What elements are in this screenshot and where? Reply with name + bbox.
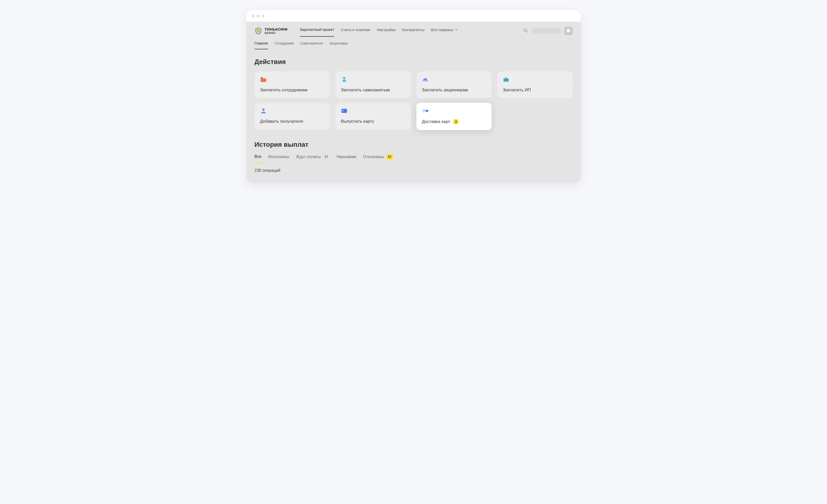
action-pay-employees[interactable]: Заплатить сотрудникам — [254, 71, 330, 98]
svg-line-2 — [526, 31, 528, 33]
svg-rect-8 — [342, 80, 346, 82]
window-controls — [251, 14, 265, 17]
tab-employees[interactable]: Сотрудники — [275, 40, 294, 49]
history-tab-completed[interactable]: Исполнены — [268, 155, 289, 163]
svg-rect-16 — [422, 109, 426, 112]
tab-label: Главное — [254, 41, 268, 45]
history-tab-label: Ждут оплаты — [296, 155, 321, 159]
svg-rect-5 — [567, 31, 570, 31]
nav-all-services[interactable]: Все сервисы — [431, 25, 458, 37]
tab-main[interactable]: Главное — [254, 40, 268, 49]
history-tab-label: Отклонены — [363, 155, 384, 159]
tab-label: Сотрудники — [275, 41, 294, 45]
content-area: Действия Заплатить сотрудникам Запла — [246, 49, 581, 183]
tab-label: Самозанятые — [300, 41, 323, 45]
app-window: ТИНЬКОФФ БИЗНЕС Зарплатный проект Счета … — [246, 10, 581, 183]
nav-settings[interactable]: Настройки — [377, 25, 396, 37]
history-heading: История выплат — [254, 141, 573, 149]
briefcase-button[interactable] — [564, 26, 573, 35]
history-tab-label: Черновики — [336, 155, 357, 159]
svg-point-9 — [422, 80, 428, 81]
briefcase-icon — [566, 28, 571, 34]
tab-self-employed[interactable]: Самозанятые — [300, 40, 323, 49]
action-badge: 2 — [453, 119, 459, 124]
card-plus-icon — [341, 108, 348, 114]
action-label: Заплатить сотрудникам — [260, 88, 307, 93]
action-label: Заплатить самозанятым — [341, 88, 390, 93]
action-add-recipient[interactable]: Добавить получателя — [254, 103, 330, 130]
tab-shareholders[interactable]: Акционеры — [330, 40, 348, 49]
brand-text: ТИНЬКОФФ БИЗНЕС — [265, 27, 288, 35]
action-label: Добавить получателя — [260, 119, 303, 124]
folder-icon — [260, 76, 267, 82]
card-arrow-icon — [422, 108, 429, 114]
window-close-button[interactable] — [251, 14, 254, 17]
actions-heading: Действия — [254, 58, 573, 66]
tab-label: Акционеры — [330, 41, 348, 45]
nav-label: Контрагенты — [402, 27, 424, 32]
brand-line1: ТИНЬКОФФ — [265, 27, 288, 31]
nav-label: Настройки — [377, 27, 396, 32]
brand-line2: БИЗНЕС — [265, 32, 288, 35]
history-tab-label: Исполнены — [268, 155, 289, 159]
history-tab-all[interactable]: Все — [254, 154, 262, 163]
briefcase-icon — [503, 76, 510, 82]
secondary-nav: Главное Сотрудники Самозанятые Акционеры — [246, 37, 581, 49]
topbar: ТИНЬКОФФ БИЗНЕС Зарплатный проект Счета … — [246, 22, 581, 37]
nav-counterparties[interactable]: Контрагенты — [402, 25, 424, 37]
nav-payroll-project[interactable]: Зарплатный проект — [300, 25, 334, 37]
svg-rect-11 — [505, 77, 507, 78]
history-tab-label: Все — [254, 154, 262, 159]
search-button[interactable] — [522, 27, 529, 35]
action-pay-shareholders[interactable]: Заплатить акционерам — [417, 71, 492, 98]
action-label: Заплатить ИП — [503, 88, 531, 93]
action-pay-self-employed[interactable]: Заплатить самозанятым — [335, 71, 411, 98]
history-tab-drafts[interactable]: Черновики — [336, 155, 357, 163]
action-label: Доставка карт — [422, 119, 450, 124]
history-tab-awaiting-payment[interactable]: Ждут оплаты 17 — [296, 154, 330, 163]
window-titlebar — [246, 10, 581, 22]
action-issue-card[interactable]: Выпустить карту — [335, 103, 411, 130]
brand-logo[interactable]: ТИНЬКОФФ БИЗНЕС — [254, 27, 288, 35]
svg-point-7 — [343, 77, 345, 79]
history-tabs: Все Исполнены Ждут оплаты 17 Черновики О… — [254, 154, 573, 163]
action-label: Заплатить акционерам — [422, 88, 468, 93]
user-chip[interactable] — [533, 28, 561, 34]
chevron-down-icon — [455, 27, 458, 32]
nav-label: Все сервисы — [431, 27, 454, 32]
app-chrome: ТИНЬКОФФ БИЗНЕС Зарплатный проект Счета … — [246, 22, 581, 183]
history-tab-rejected[interactable]: Отклонены 57 — [363, 154, 393, 163]
svg-rect-0 — [257, 30, 259, 32]
search-icon — [523, 28, 528, 34]
person-badge-icon — [341, 76, 348, 82]
action-label: Выпустить карту — [341, 119, 374, 124]
nav-label: Счета и платежи — [341, 27, 370, 32]
action-card-delivery[interactable]: Доставка карт 2 — [417, 103, 492, 130]
svg-point-17 — [423, 110, 424, 111]
history-tab-badge: 57 — [386, 154, 393, 160]
window-minimize-button[interactable] — [256, 14, 260, 17]
actions-grid: Заплатить сотрудникам Заплатить самозаня… — [254, 71, 573, 130]
svg-rect-6 — [261, 77, 263, 78]
primary-nav: Зарплатный проект Счета и платежи Настро… — [300, 25, 515, 37]
helmet-icon — [422, 76, 429, 82]
window-maximize-button[interactable] — [262, 14, 265, 17]
person-icon — [260, 108, 267, 114]
operations-count: 238 операций — [254, 168, 573, 173]
action-pay-ip[interactable]: Заплатить ИП — [497, 71, 573, 98]
brand-mark-icon — [254, 27, 262, 35]
history-tab-badge: 17 — [323, 154, 330, 160]
svg-point-13 — [262, 109, 264, 111]
topbar-right — [522, 26, 573, 35]
nav-accounts-payments[interactable]: Счета и платежи — [341, 25, 370, 37]
nav-label: Зарплатный проект — [300, 27, 334, 32]
svg-rect-12 — [503, 80, 508, 80]
svg-rect-4 — [568, 29, 569, 30]
